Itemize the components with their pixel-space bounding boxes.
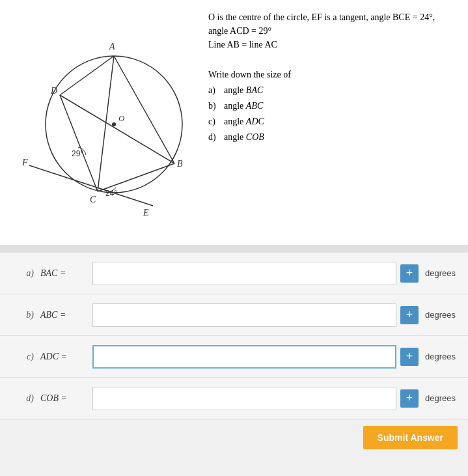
answer-input-wrap-b: +	[92, 303, 419, 327]
question-a: a) angle BAC	[208, 85, 455, 96]
title-line1: O is the centre of the circle, EF is a t…	[208, 12, 435, 36]
svg-line-3	[114, 56, 174, 163]
q-text-c: angle ADC	[224, 117, 264, 127]
svg-point-1	[112, 122, 116, 126]
answer-row-c: c) ADC = + degrees	[0, 336, 468, 378]
problem-title: O is the centre of the circle, EF is a t…	[208, 10, 455, 51]
answer-var-a: BAC =	[40, 268, 86, 279]
plus-button-b[interactable]: +	[400, 306, 419, 324]
answer-input-wrap-c: +	[92, 345, 419, 369]
answer-var-c: ADC =	[40, 352, 86, 362]
submit-row: Submit Answer	[0, 419, 468, 456]
svg-text:29°: 29°	[72, 149, 83, 158]
q-label-c: c)	[208, 117, 220, 127]
answer-input-b[interactable]	[92, 303, 396, 327]
answers-section: a) BAC = + degrees b) ABC = + degrees c)…	[0, 253, 468, 456]
question-b: b) angle ABC	[208, 101, 455, 111]
q-text-b: angle ABC	[224, 101, 263, 111]
svg-text:F: F	[21, 158, 28, 167]
svg-text:24°: 24°	[105, 189, 117, 198]
answer-label-a: a)	[10, 268, 34, 279]
answer-row-d: d) COB = + degrees	[0, 378, 468, 419]
svg-line-4	[98, 56, 114, 191]
answer-unit-d: degrees	[425, 393, 458, 403]
answer-unit-c: degrees	[425, 352, 458, 361]
svg-text:E: E	[143, 208, 149, 217]
answer-unit-a: degrees	[425, 268, 458, 278]
svg-text:A: A	[109, 42, 115, 51]
geometry-diagram: O	[13, 10, 208, 232]
svg-text:B: B	[177, 159, 183, 169]
answer-row-b: b) ABC = + degrees	[0, 294, 468, 336]
svg-text:O: O	[118, 113, 125, 123]
answer-label-b: b)	[10, 310, 34, 320]
q-text-a: angle BAC	[224, 85, 263, 96]
questions-block: Write down the size of a) angle BAC b) a…	[208, 70, 455, 143]
diagram-area: O	[13, 10, 208, 232]
plus-button-d[interactable]: +	[400, 389, 419, 408]
answer-input-c[interactable]	[92, 345, 396, 369]
svg-line-5	[98, 163, 174, 191]
q-label-a: a)	[208, 85, 220, 96]
answer-input-d[interactable]	[92, 387, 396, 410]
questions-intro: Write down the size of	[208, 70, 455, 80]
q-label-b: b)	[208, 101, 220, 111]
answer-row-a: a) BAC = + degrees	[0, 253, 468, 294]
q-text-d: angle COB	[224, 132, 264, 143]
answer-unit-b: degrees	[425, 310, 458, 320]
answer-label-d: d)	[10, 393, 34, 404]
submit-button[interactable]: Submit Answer	[363, 426, 458, 449]
svg-text:C: C	[90, 195, 96, 204]
answer-label-c: c)	[10, 352, 34, 362]
title-line2: Line AB = line AC	[208, 40, 277, 49]
answer-input-wrap-d: +	[92, 387, 419, 410]
answer-input-wrap-a: +	[92, 262, 419, 285]
q-label-d: d)	[208, 132, 220, 143]
question-c: c) angle ADC	[208, 117, 455, 127]
section-divider	[0, 245, 468, 253]
svg-text:D: D	[50, 86, 57, 96]
question-d: d) angle COB	[208, 132, 455, 143]
answer-input-a[interactable]	[92, 262, 396, 285]
top-section: O	[0, 0, 468, 245]
answer-var-b: ABC =	[40, 310, 86, 320]
plus-button-a[interactable]: +	[400, 264, 419, 283]
problem-right: O is the centre of the circle, EF is a t…	[208, 10, 455, 232]
plus-button-c[interactable]: +	[400, 348, 419, 366]
answer-var-d: COB =	[40, 393, 86, 404]
